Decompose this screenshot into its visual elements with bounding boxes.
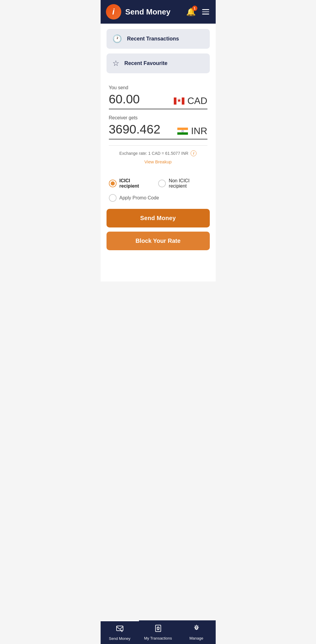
bottom-navigation: Send Money My Transactions Manage	[101, 620, 216, 644]
view-breakup-button[interactable]: View Breakup	[144, 159, 171, 164]
svg-rect-9	[117, 626, 123, 631]
manage-nav-icon	[192, 624, 201, 634]
header-actions: 🔔 1	[186, 7, 210, 17]
clock-icon: 🕐	[112, 34, 122, 43]
nav-my-transactions-label: My Transactions	[144, 636, 172, 640]
recent-favourite-label: Recent Favourite	[125, 60, 168, 66]
promo-code-row: Apply Promo Code	[109, 194, 207, 202]
info-icon[interactable]: i	[191, 150, 197, 156]
notification-badge: 1	[192, 6, 197, 11]
svg-line-14	[158, 627, 159, 628]
svg-rect-1	[174, 97, 176, 105]
hamburger-menu-button[interactable]	[201, 8, 210, 16]
main-content: 🕐 Recent Transactions ☆ Recent Favourite…	[101, 24, 216, 282]
icici-recipient-option[interactable]: ICICI recipient	[109, 178, 150, 189]
nav-my-transactions[interactable]: My Transactions	[139, 620, 177, 644]
send-amount-input[interactable]	[109, 92, 163, 106]
icici-recipient-label: ICICI recipient	[119, 178, 150, 189]
icici-radio-button[interactable]	[109, 180, 117, 187]
recipient-radio-row: ICICI recipient Non ICICI recipient	[109, 178, 207, 189]
send-currency-code: CAD	[187, 95, 207, 106]
star-icon: ☆	[112, 59, 119, 68]
nav-manage[interactable]: Manage	[177, 620, 216, 644]
you-send-label: You send	[109, 85, 207, 90]
recent-transactions-label: Recent Transactions	[127, 36, 179, 42]
exchange-rate-row: Exchange rate: 1 CAD = 61.5077 INR i	[109, 150, 207, 156]
send-amount-row: CAD	[109, 92, 207, 109]
send-form: You send CAD Receiver gets	[101, 78, 216, 173]
exchange-rate-text: Exchange rate: 1 CAD = 61.5077 INR	[119, 151, 189, 156]
receive-amount-input[interactable]	[109, 122, 163, 136]
notification-button[interactable]: 🔔 1	[186, 7, 196, 17]
promo-radio-button[interactable]	[109, 194, 117, 202]
promo-code-label: Apply Promo Code	[119, 195, 159, 201]
page-title: Send Money	[125, 7, 186, 17]
india-flag-icon	[177, 128, 188, 135]
svg-rect-4	[177, 128, 188, 130]
non-icici-radio-button[interactable]	[158, 180, 166, 187]
receive-amount-row: INR	[109, 122, 207, 139]
nav-manage-label: Manage	[189, 636, 203, 640]
recent-transactions-card[interactable]: 🕐 Recent Transactions	[107, 29, 210, 49]
nav-send-money-label: Send Money	[109, 636, 130, 641]
block-rate-button[interactable]: Block Your Rate	[107, 232, 210, 250]
nav-send-money[interactable]: Send Money	[101, 620, 139, 644]
send-currency-selector[interactable]: CAD	[174, 95, 207, 106]
recipient-type-section: ICICI recipient Non ICICI recipient Appl…	[101, 173, 216, 202]
recent-favourite-card[interactable]: ☆ Recent Favourite	[107, 53, 210, 73]
svg-rect-2	[182, 97, 184, 105]
receive-currency-selector[interactable]: INR	[177, 126, 207, 136]
non-icici-recipient-option[interactable]: Non ICICI recipient	[158, 178, 207, 189]
app-header: i Send Money 🔔 1	[101, 0, 216, 24]
app-logo: i	[106, 4, 121, 19]
svg-point-8	[183, 131, 183, 131]
exchange-rate-section: Exchange rate: 1 CAD = 61.5077 INR i Vie…	[109, 145, 207, 167]
receive-currency-code: INR	[191, 126, 207, 136]
send-money-button[interactable]: Send Money	[107, 209, 210, 227]
quick-access-section: 🕐 Recent Transactions ☆ Recent Favourite	[101, 24, 216, 73]
action-buttons-section: Send Money Block Your Rate	[101, 209, 216, 255]
receiver-gets-label: Receiver gets	[109, 115, 207, 121]
svg-rect-11	[155, 625, 161, 632]
my-transactions-nav-icon	[154, 624, 162, 634]
non-icici-recipient-label: Non ICICI recipient	[169, 178, 207, 189]
send-money-nav-icon	[116, 625, 124, 635]
svg-rect-6	[177, 132, 188, 135]
canada-flag-icon	[174, 97, 184, 105]
